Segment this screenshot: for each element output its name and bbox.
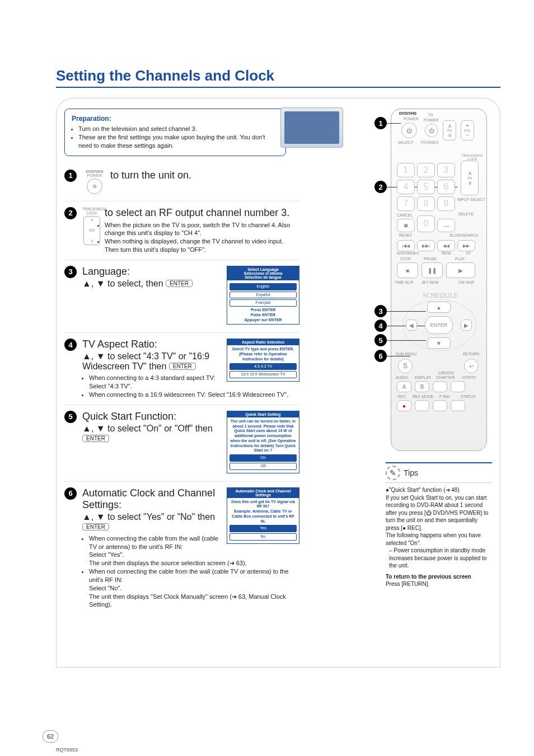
- step-1-badge: 1: [64, 170, 77, 182]
- enter-button-icon: ENTER: [169, 363, 196, 370]
- remote-illustration: 1 2 3 4 5 6 DVD/VHS POWER ⏻ TV POWER ⏻ ∧…: [391, 109, 487, 451]
- num-7[interactable]: 7: [397, 196, 415, 211]
- step2-text: to select an RF output channel number 3.: [105, 207, 289, 218]
- step-6: 6 Automatic Clock and Channel Settings D…: [64, 481, 299, 615]
- osd4-head: Aspect Ratio Selection: [227, 339, 299, 345]
- preparation-box: Preparation: Turn on the television and …: [64, 109, 286, 156]
- chapter-button[interactable]: [433, 381, 447, 392]
- label-frec: F Rec: [439, 395, 450, 398]
- nav-down-button[interactable]: ▼: [427, 337, 451, 349]
- audio-button[interactable]: A: [397, 381, 411, 392]
- osd3-option: Français: [229, 299, 297, 307]
- up-arrow-icon: ▲: [82, 279, 91, 288]
- display-button[interactable]: B: [415, 381, 429, 392]
- tv-illustration: [280, 107, 343, 148]
- num-2[interactable]: 2: [417, 163, 435, 177]
- step-3-badge: 3: [64, 266, 77, 278]
- label-audio: AUDIO: [396, 375, 408, 379]
- label-delete: DELETE: [458, 212, 474, 216]
- num-0[interactable]: 0: [417, 215, 435, 232]
- osd4-option: 4:3 4:3 TV: [229, 363, 297, 370]
- osd6-option: No: [229, 533, 297, 541]
- tips-section: ✎ Tips ●"Quick Start" function (➔ 48) If…: [386, 462, 492, 588]
- play-button[interactable]: ▶: [446, 262, 475, 278]
- cancel-button[interactable]: ✽: [397, 219, 415, 232]
- num-5[interactable]: 5: [417, 180, 435, 194]
- up-arrow-icon: ▲: [82, 351, 91, 361]
- label-jetrew: JET REW: [421, 280, 439, 284]
- step6-title: Automatic Clock and Channel Settings:: [82, 487, 215, 510]
- tips-return-body: Press [RETURN].: [386, 580, 492, 588]
- vcrtv-button[interactable]: [451, 381, 465, 392]
- step-2: 2 TRACKING/V-LOCK ∧CH∨ to select an RF o…: [64, 201, 299, 260]
- stop-button[interactable]: ■: [397, 262, 418, 278]
- label-submenu: SUB MENU: [396, 352, 416, 356]
- num-9[interactable]: 9: [437, 196, 455, 211]
- step6-bullet: When not connecting the cable from the w…: [89, 567, 299, 609]
- prep-item: Turn on the television and select channe…: [78, 125, 279, 133]
- page-number: 62: [43, 730, 58, 743]
- rew-button[interactable]: ◀◀: [437, 240, 455, 251]
- frec-button[interactable]: [433, 400, 447, 411]
- ch-rocker[interactable]: ∧CH∨: [443, 120, 456, 140]
- label-create: CREATE: [438, 371, 454, 375]
- vol-rocker[interactable]: +VOL−: [461, 120, 474, 140]
- submenu-button[interactable]: S: [398, 359, 413, 373]
- step-4-badge: 4: [64, 339, 77, 351]
- num-8[interactable]: 8: [417, 196, 435, 211]
- step-3: 3 Select Language Seleccione el idioma S…: [64, 260, 299, 333]
- dash-button[interactable]: —: [437, 219, 455, 232]
- osd5-option: Off: [229, 463, 297, 470]
- tips-bullet: "Quick Start" function (➔ 48) If you set…: [386, 487, 488, 546]
- num-4[interactable]: 4: [397, 180, 415, 194]
- tv-power-button[interactable]: ⏻: [425, 124, 438, 137]
- prep-item: These are the first settings you make up…: [78, 133, 279, 150]
- num-1[interactable]: 1: [397, 163, 415, 177]
- doc-code: RQT8853: [56, 747, 78, 753]
- label-tvpower: POWER: [424, 118, 438, 122]
- osd6-option: Yes: [229, 525, 297, 532]
- num-3[interactable]: 3: [437, 163, 455, 177]
- label-play: PLAY: [455, 257, 465, 261]
- pause-button[interactable]: ❚❚: [421, 262, 443, 278]
- rec-button[interactable]: ●: [397, 400, 411, 411]
- osd4-body: Select TV type and press ENTER. (Please …: [229, 347, 297, 361]
- label-power: POWER: [404, 117, 418, 121]
- label-rew: REW: [442, 251, 451, 255]
- callout-2: 2: [374, 181, 387, 193]
- step1-text: to turn the unit on.: [110, 170, 191, 181]
- up-arrow-icon: ▲: [82, 512, 91, 522]
- dvdvhs-power-button[interactable]: ⏻: [401, 123, 417, 138]
- recmode-button[interactable]: [415, 400, 429, 411]
- label-cancel: CANCEL: [397, 213, 413, 217]
- callout-6: 6: [374, 350, 387, 362]
- osd3-foot: Press ENTER Pulse ENTER Appuyer sur ENTE…: [229, 308, 297, 322]
- step-5: 5 Quick Start Setting The unit can be tu…: [64, 405, 299, 481]
- label-display: DISPLAY: [415, 375, 431, 379]
- step2-bullet: When nothing is displayed, change the TV…: [89, 237, 294, 254]
- return-button[interactable]: ↩: [464, 359, 479, 373]
- label-inputsel: INPUT SELECT: [457, 198, 485, 201]
- skip-prev-button[interactable]: |◀◀: [397, 240, 415, 251]
- osd4-option: 16:9 16:9 Widescreen TV: [229, 371, 297, 378]
- skip-next-button[interactable]: ▶▶|: [417, 240, 435, 251]
- ff-button[interactable]: ▶▶: [457, 240, 475, 251]
- page-title: Setting the Channels and Clock: [56, 67, 500, 88]
- down-arrow-icon: ▼: [96, 279, 105, 288]
- nav-left-button[interactable]: ◀: [406, 320, 417, 331]
- label-recmode: REC MODE: [413, 395, 434, 398]
- nav-right-button[interactable]: ▶: [461, 320, 472, 331]
- osd6-body: Does this unit get its TV signal via RF …: [229, 500, 297, 524]
- status-button[interactable]: [451, 400, 465, 411]
- label-cmskip: CM SKIP: [458, 280, 475, 284]
- label-rec: REC: [398, 395, 406, 398]
- label-ff: FF: [466, 251, 471, 255]
- nav-up-button[interactable]: ▲: [427, 302, 451, 313]
- callout-3: 3: [374, 305, 387, 317]
- osd3-option: English: [229, 283, 297, 290]
- tips-sub: – Power consumption in standby mode incr…: [389, 547, 492, 570]
- enter-button[interactable]: ENTER: [425, 316, 453, 334]
- tracking-rocker[interactable]: ∧CH∨: [461, 161, 479, 195]
- down-arrow-icon: ▼: [96, 351, 105, 361]
- num-6[interactable]: 6: [437, 180, 455, 194]
